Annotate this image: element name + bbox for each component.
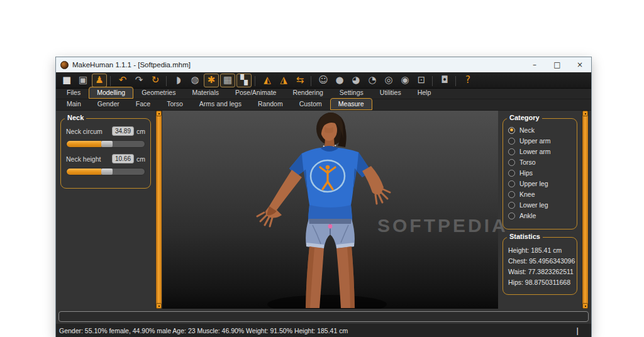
radio-button[interactable] <box>508 170 515 177</box>
left-scrollbar-bottom-cap[interactable] <box>156 303 162 309</box>
pose-grid-icon[interactable]: ▦ <box>220 74 235 87</box>
view-head-left-icon[interactable]: ◔ <box>365 74 380 87</box>
radio-neck[interactable]: Neck <box>508 126 572 134</box>
help-icon[interactable]: ? <box>460 74 475 87</box>
slider-value-field[interactable]: 10.66 <box>112 154 134 163</box>
subtab-custom[interactable]: Custom <box>291 98 330 110</box>
subtab-main[interactable]: Main <box>58 98 89 110</box>
tab-modelling[interactable]: Modelling <box>89 87 133 99</box>
right-panel-scrollbar[interactable] <box>582 111 589 309</box>
left-scrollbar-thumb[interactable] <box>156 111 162 308</box>
sub-tab-row: Main Gender Face Torso Arms and legs Ran… <box>56 99 591 111</box>
statistics-group-title: Statistics <box>507 233 543 240</box>
tab-utilities[interactable]: Utilities <box>372 87 409 99</box>
radio-ankle[interactable]: Ankle <box>508 212 572 219</box>
character-model <box>162 111 498 309</box>
slider-track[interactable] <box>66 168 145 175</box>
symmetry-right-icon[interactable]: ◭ <box>260 74 275 87</box>
slider-track[interactable] <box>66 140 145 148</box>
left-panel-scrollbar[interactable] <box>155 111 162 309</box>
new-document-icon[interactable]: ■ <box>59 74 74 87</box>
category-panel: Category Neck Upper arm <box>498 111 582 309</box>
radio-label: Hips <box>519 169 533 177</box>
save-icon[interactable]: ▣ <box>75 74 91 87</box>
subtab-face[interactable]: Face <box>128 98 158 110</box>
subtab-random[interactable]: Random <box>250 98 291 110</box>
radio-button[interactable] <box>508 202 515 209</box>
status-bar: Gender: 55.10% female, 44.90% male Age: … <box>56 324 591 337</box>
radio-knee[interactable]: Knee <box>508 191 572 198</box>
view-head-front-icon[interactable]: ● <box>332 74 347 87</box>
right-scrollbar-top-cap[interactable] <box>582 111 588 116</box>
radio-torso[interactable]: Torso <box>508 158 572 166</box>
tab-help[interactable]: Help <box>409 87 440 99</box>
radio-lower-leg[interactable]: Lower leg <box>508 201 572 209</box>
slider-handle[interactable] <box>101 168 113 175</box>
tab-pose-animate[interactable]: Pose/Animate <box>227 87 284 99</box>
slider-label: Neck circum <box>66 128 112 135</box>
radio-lower-arm[interactable]: Lower arm <box>508 148 572 155</box>
subtab-torso[interactable]: Torso <box>158 98 191 110</box>
progress-band <box>56 309 591 324</box>
load-icon[interactable]: ♟ <box>92 74 107 87</box>
app-logo-icon <box>60 61 69 69</box>
tab-settings[interactable]: Settings <box>331 87 372 99</box>
smooth-icon[interactable]: ◗ <box>171 74 186 87</box>
slider-unit-label: cm <box>136 155 145 163</box>
skeleton-icon[interactable]: ✱ <box>204 74 219 87</box>
slider-label: Neck height <box>66 155 112 163</box>
undo-icon[interactable]: ↶ <box>115 74 130 87</box>
radio-button[interactable] <box>508 180 515 187</box>
statistic-line: Height: 185.41 cm <box>508 245 572 256</box>
radio-button[interactable] <box>508 191 515 198</box>
radio-button[interactable] <box>508 148 515 155</box>
view-face-icon[interactable]: ☺ <box>316 74 331 87</box>
maximize-button[interactable]: □ <box>546 57 569 72</box>
radio-button[interactable] <box>508 159 515 166</box>
viewport-3d[interactable] <box>162 111 498 309</box>
tab-files[interactable]: Files <box>58 87 89 99</box>
background-checker-icon[interactable]: ▚ <box>236 74 252 87</box>
radio-label: Torso <box>519 158 536 166</box>
view-head-right-icon[interactable]: ◕ <box>348 74 364 87</box>
radio-upper-leg[interactable]: Upper leg <box>508 180 572 187</box>
view-frame-icon[interactable]: ⊡ <box>414 74 429 87</box>
statistic-line: Waist: 77.3823262511 <box>508 267 572 277</box>
slider-handle[interactable] <box>101 141 113 147</box>
status-caret: | <box>577 326 579 335</box>
left-scrollbar-top-cap[interactable] <box>156 111 162 116</box>
radio-label: Upper leg <box>519 180 548 187</box>
tab-geometries[interactable]: Geometries <box>133 87 184 99</box>
radio-button[interactable] <box>508 213 515 219</box>
close-button[interactable]: × <box>569 57 591 72</box>
right-scrollbar-bottom-cap[interactable] <box>582 303 588 309</box>
minimize-button[interactable]: – <box>523 57 546 72</box>
grab-screen-icon[interactable]: ◘ <box>437 74 452 87</box>
view-head-back-icon[interactable]: ◎ <box>381 74 396 87</box>
tab-materials[interactable]: Materials <box>184 87 227 99</box>
slider-value-field[interactable]: 34.89 <box>112 126 134 136</box>
category-groupbox: Category Neck Upper arm <box>502 118 577 229</box>
redo-icon[interactable]: ↷ <box>131 74 147 87</box>
subtab-gender[interactable]: Gender <box>89 98 128 110</box>
tab-rendering[interactable]: Rendering <box>284 87 331 99</box>
radio-button[interactable] <box>508 127 515 134</box>
reset-icon[interactable]: ↻ <box>148 74 163 87</box>
slider-unit-label: cm <box>136 128 145 135</box>
symmetry-left-icon[interactable]: ◮ <box>276 74 291 87</box>
statistic-line: Chest: 95.4956343096 <box>508 256 572 267</box>
slider-fill <box>67 141 101 147</box>
radio-upper-arm[interactable]: Upper arm <box>508 137 572 145</box>
view-body-pair-icon[interactable]: ◉ <box>397 74 413 87</box>
subtab-measure[interactable]: Measure <box>330 98 372 110</box>
title-bar[interactable]: MakeHuman 1.1.1 - [Softpedia.mhm] – □ × <box>56 57 591 72</box>
symmetry-both-icon[interactable]: ⇆ <box>292 74 308 87</box>
right-scrollbar-thumb[interactable] <box>582 111 588 308</box>
status-text: Gender: 55.10% female, 44.90% male Age: … <box>59 327 348 334</box>
neck-group-title: Neck <box>65 114 86 121</box>
wireframe-icon[interactable]: ◍ <box>187 74 203 87</box>
radio-hips[interactable]: Hips <box>508 169 572 177</box>
desktop: MakeHuman 1.1.1 - [Softpedia.mhm] – □ × … <box>0 0 644 337</box>
subtab-arms-legs[interactable]: Arms and legs <box>191 98 250 110</box>
radio-button[interactable] <box>508 138 515 145</box>
